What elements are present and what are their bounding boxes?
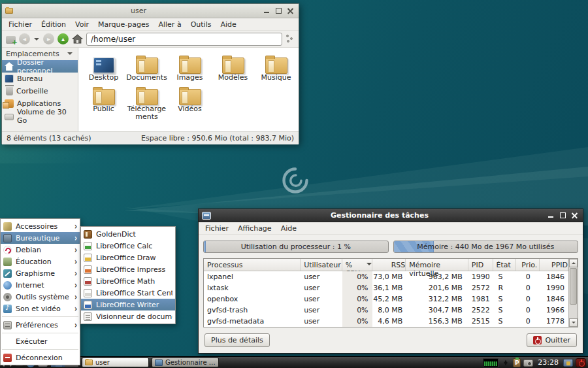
file-item[interactable]: Téléchargements bbox=[125, 84, 168, 121]
maximize-icon[interactable] bbox=[276, 8, 282, 14]
app-menu-item-bureautique[interactable]: Bureautique› bbox=[1, 232, 80, 244]
process-row[interactable]: lxpaneluser0%73,0 MB963,2 MB1990S01846 bbox=[204, 271, 568, 282]
app-menu-item-exécuter[interactable]: Exécuter bbox=[1, 335, 80, 347]
column-header-utilisateur[interactable]: Utilisateur bbox=[301, 259, 342, 271]
cpu-monitor-graph[interactable] bbox=[483, 358, 498, 367]
column-header-processus[interactable]: Processus bbox=[204, 259, 301, 271]
close-icon[interactable] bbox=[572, 212, 578, 218]
sound-icon bbox=[3, 305, 12, 313]
menu-aide[interactable]: Aide bbox=[216, 19, 240, 30]
desktop-icon bbox=[5, 75, 14, 83]
office-submenu: GoldenDictLibreOffice CalcLibreOffice Dr… bbox=[80, 226, 176, 324]
docviewer-icon bbox=[84, 312, 92, 321]
submenu-item-visionneur-de-documents[interactable]: Visionneur de documents bbox=[81, 310, 175, 322]
file-list-area[interactable]: DesktopDocumentsImagesModèlesMusiquePubl… bbox=[78, 48, 299, 131]
file-manager-titlebar[interactable]: user bbox=[2, 4, 299, 18]
forward-icon[interactable] bbox=[43, 33, 54, 44]
scroll-down-icon[interactable] bbox=[569, 318, 578, 327]
scroll-up-icon[interactable] bbox=[569, 259, 578, 267]
app-menu-item-graphisme[interactable]: Graphisme› bbox=[1, 267, 80, 279]
scrollbar-thumb[interactable] bbox=[570, 268, 577, 305]
menu-voir[interactable]: Voir bbox=[71, 19, 93, 30]
app-menu-item-outils-système[interactable]: Outils système› bbox=[1, 291, 80, 303]
minimize-icon[interactable] bbox=[264, 8, 270, 14]
menu-item-label: Debian bbox=[16, 246, 71, 254]
app-menu-item-préférences[interactable]: Préférences› bbox=[1, 319, 80, 331]
lock-screen-icon[interactable] bbox=[563, 359, 573, 367]
column-header-%-cpu[interactable]: % CPU bbox=[342, 259, 372, 271]
back-icon[interactable] bbox=[19, 33, 30, 44]
file-item[interactable]: Musique bbox=[255, 53, 297, 82]
power-button-icon[interactable] bbox=[576, 358, 586, 367]
minimize-icon[interactable] bbox=[548, 212, 554, 218]
app-menu-item-déconnexion[interactable]: Déconnexion bbox=[1, 352, 80, 363]
column-header-prio-[interactable]: Prio. bbox=[516, 259, 540, 271]
process-row[interactable]: lxtaskuser0%36,1 MB201,6 MB2572R01990 bbox=[204, 282, 568, 293]
menu-aller-[interactable]: Aller à bbox=[154, 19, 185, 30]
path-options-icon[interactable] bbox=[286, 33, 295, 44]
sidebar-item-drive[interactable]: Volume de 30 Go bbox=[2, 110, 78, 122]
column-header-mémoire-virtuelle[interactable]: Mémoire virtuelle bbox=[406, 259, 468, 271]
menu-outils[interactable]: Outils bbox=[187, 19, 216, 30]
file-item[interactable]: Vidéos bbox=[169, 84, 211, 121]
menu-affichage[interactable]: Affichage bbox=[234, 223, 276, 234]
cell: S bbox=[493, 316, 517, 327]
prefs-icon bbox=[3, 321, 12, 329]
menu-marque-pages[interactable]: Marque-pages bbox=[94, 19, 153, 30]
menu-item-label: Déconnexion bbox=[16, 354, 77, 362]
menu-aide[interactable]: Aide bbox=[277, 223, 301, 234]
submenu-item-libreoffice-impress[interactable]: LibreOffice Impress bbox=[81, 263, 175, 275]
folder-icon bbox=[136, 84, 158, 105]
file-item[interactable]: Modèles bbox=[212, 53, 254, 82]
column-header-rss[interactable]: RSS bbox=[372, 259, 406, 271]
clock[interactable]: 23:28 bbox=[536, 358, 561, 367]
submenu-item-libreoffice-math[interactable]: LibreOffice Math bbox=[81, 275, 175, 287]
menu--dition[interactable]: Édition bbox=[37, 19, 70, 30]
column-header-ppid[interactable]: PPID bbox=[540, 259, 568, 271]
netspeed-arrows-icon[interactable] bbox=[501, 359, 510, 368]
cell: 1990 bbox=[540, 282, 568, 293]
menu-fichier[interactable]: Fichier bbox=[201, 223, 233, 234]
file-item[interactable]: Documents bbox=[125, 53, 168, 82]
clipboard-manager-icon[interactable]: P bbox=[513, 358, 521, 367]
process-row[interactable]: gvfsd-metadatauser0%4,6 MB156,3 MB2515S0… bbox=[204, 316, 568, 327]
path-input[interactable] bbox=[86, 33, 282, 46]
process-table-header[interactable]: ProcessusUtilisateur% CPURSSMémoire virt… bbox=[204, 259, 568, 271]
file-item[interactable]: Public bbox=[82, 84, 125, 121]
submenu-item-libreoffice-calc[interactable]: LibreOffice Calc bbox=[81, 240, 175, 252]
maximize-icon[interactable] bbox=[560, 212, 566, 218]
history-chevron-icon[interactable] bbox=[33, 33, 40, 44]
up-icon[interactable] bbox=[57, 33, 69, 44]
menu-item-label: LibreOffice Writer bbox=[96, 301, 172, 309]
task-button-2[interactable]: Gestionnaire des ... bbox=[152, 358, 219, 367]
app-menu-item-son-et-vidéo[interactable]: Son et vidéo› bbox=[1, 303, 80, 314]
task-manager-titlebar[interactable]: Gestionnaire des tâches bbox=[199, 209, 583, 222]
column-header-état[interactable]: État bbox=[493, 259, 517, 271]
sidebar-item-home[interactable]: Dossier personnel bbox=[2, 60, 78, 73]
column-header-pid[interactable]: PID bbox=[468, 259, 493, 271]
process-row[interactable]: gvfsd-trashuser0%8,0 MB304,7 MB2522S0196… bbox=[204, 305, 568, 316]
home-icon[interactable] bbox=[72, 33, 83, 44]
submenu-item-goldendict[interactable]: GoldenDict bbox=[81, 228, 175, 240]
app-menu-item-accessoires[interactable]: Accessoires› bbox=[1, 220, 80, 232]
more-details-button[interactable]: Plus de détails bbox=[204, 333, 270, 347]
close-icon[interactable] bbox=[287, 8, 293, 14]
file-item[interactable]: Images bbox=[169, 53, 211, 82]
app-menu-item-éducation[interactable]: Éducation› bbox=[1, 256, 80, 267]
screenshot-icon[interactable] bbox=[523, 360, 533, 367]
submenu-item-libreoffice-writer[interactable]: LibreOffice Writer bbox=[81, 299, 175, 310]
new-tab-icon[interactable] bbox=[6, 36, 16, 44]
app-menu-item-internet[interactable]: Internet› bbox=[1, 279, 80, 291]
lomath-icon bbox=[84, 277, 92, 286]
task-button-1[interactable]: user bbox=[82, 358, 149, 367]
sidebar-item-label: Bureau bbox=[17, 75, 42, 83]
menu-fichier[interactable]: Fichier bbox=[5, 19, 36, 30]
sidebar-item-trash[interactable]: Corbeille bbox=[2, 85, 78, 97]
submenu-item-libreoffice-start-center[interactable]: LibreOffice Start Center bbox=[81, 287, 175, 299]
quit-button[interactable]: Quitter bbox=[527, 333, 577, 347]
process-row[interactable]: openboxuser0%45,2 MB312,2 MB1981S01846 bbox=[204, 293, 568, 305]
submenu-item-libreoffice-draw[interactable]: LibreOffice Draw bbox=[81, 252, 175, 263]
file-item[interactable]: Desktop bbox=[82, 53, 125, 82]
app-menu-item-debian[interactable]: Debian› bbox=[1, 244, 80, 256]
vertical-scrollbar[interactable] bbox=[568, 259, 578, 327]
